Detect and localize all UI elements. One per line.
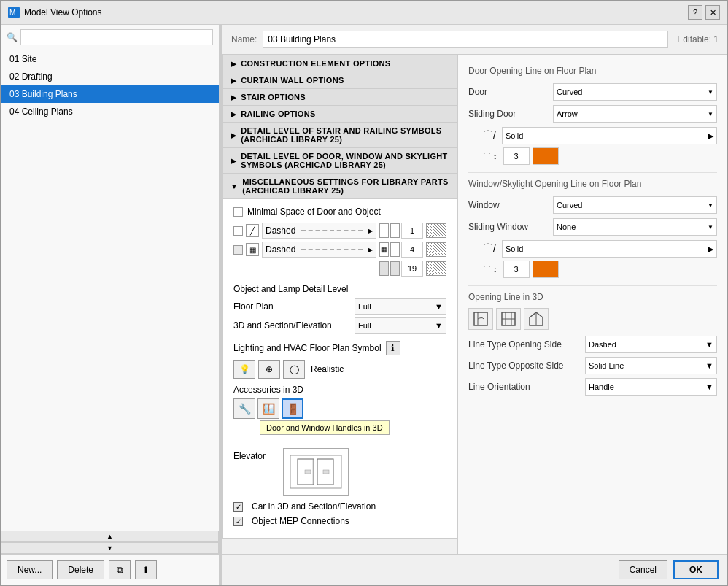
line-type-opening-select[interactable]: Dashed ▼ [585,336,717,353]
window-value: Curved [557,201,582,209]
acc-btn-1[interactable]: 🔧 [233,398,255,419]
export-button[interactable]: ⬆ [135,560,157,579]
line-pattern-2 [426,242,446,257]
section-curtain-label: CURTAIN WALL OPTIONS [241,76,344,85]
section-stair[interactable]: ▶ STAIR OPTIONS [222,89,457,106]
symbol-cross-btn[interactable]: ⊕ [258,360,280,379]
solid-select-2[interactable]: Solid ▶ [502,240,717,258]
count-group-2: ▦ 4 [379,242,423,258]
tooltip-popup: Door and Window Handles in 3D [260,420,390,435]
line-style-btn-2[interactable]: ▦ [246,243,259,256]
line-style-btn-1[interactable]: ╱ [246,224,259,237]
count-checkbox-3[interactable] [390,242,400,257]
door-value: Curved [557,88,582,96]
section-construction[interactable]: ▶ CONSTRUCTION ELEMENT OPTIONS [222,55,457,72]
line-row-1: ╱ Dashed ▶ 1 [233,223,446,239]
section-railing[interactable]: ▶ RAILING OPTIONS [222,106,457,123]
sliding-door-label: Sliding Door [468,109,549,119]
editable-label: Editable: 1 [677,34,719,45]
solid-arrow-1: ▶ [708,131,713,141]
count-checkbox-1[interactable] [379,223,389,238]
accessories-row: 🔧 🪟 🚪 [233,398,446,419]
line-style-display-2[interactable]: Dashed ▶ [262,242,376,258]
sidebar-item-04-ceiling-plans[interactable]: 04 Ceiling Plans [1,103,219,120]
acc-btn-2[interactable]: 🪟 [257,398,279,419]
symbol-circle-btn[interactable]: ◯ [283,360,305,379]
info-icon[interactable]: ℹ [386,341,400,355]
line-orientation-value: Handle [589,382,614,391]
section-row: 3D and Section/Elevation Full ▼ [233,317,446,334]
scroll-up-btn[interactable]: ▲ [1,531,219,542]
arc-icon-1: ⌒/ [483,129,496,142]
cancel-button[interactable]: Cancel [619,560,667,579]
section-misc-label: MISCELLANEOUS SETTINGS FOR LIBRARY PARTS… [242,177,449,195]
new-button[interactable]: New... [7,560,53,579]
line-type-opposite-select[interactable]: Solid Line ▼ [585,357,717,374]
line-row-3: 19 [233,261,446,277]
nav-list: 01 Site 02 Drafting 03 Building Plans 04… [1,50,219,531]
help-button[interactable]: ? [688,5,702,20]
svg-rect-7 [323,470,329,474]
line-type-opposite-arrow: ▼ [705,361,713,370]
window-select[interactable]: Curved ▼ [553,196,717,214]
sidebar-item-01-site[interactable]: 01 Site [1,50,219,68]
section-stair-label: STAIR OPTIONS [241,93,306,101]
section-select[interactable]: Full ▼ [355,317,446,334]
minimal-space-checkbox[interactable] [233,207,243,217]
mep-checkbox[interactable]: ✓ [233,517,243,526]
opening-icon-1[interactable] [468,308,493,330]
line-orientation-select[interactable]: Handle ▼ [585,378,717,396]
section-misc[interactable]: ▼ MISCELLANEOUS SETTINGS FOR LIBRARY PAR… [222,174,457,199]
acc-btn-3[interactable]: 🚪 [282,398,303,419]
delete-button[interactable]: Delete [57,560,104,579]
dashed-line-1 [301,230,363,231]
ok-button[interactable]: OK [673,560,719,579]
sliding-door-select[interactable]: Arrow ▼ [553,105,717,123]
solid-value-2: Solid [506,244,523,253]
section-misc-arrow: ▼ [231,182,238,190]
hatch-icon[interactable]: ▦ [379,242,389,257]
search-input[interactable] [20,29,213,45]
car-checkbox[interactable]: ✓ [233,502,243,512]
section-curtain-wall[interactable]: ▶ CURTAIN WALL OPTIONS [222,72,457,89]
sliding-window-row: Sliding Window None ▼ [468,218,717,236]
car-checkbox-row: ✓ Car in 3D and Section/Elevation [233,501,446,512]
count-checkbox-5[interactable] [390,261,400,276]
close-button[interactable]: ✕ [705,5,720,20]
scroll-down-btn[interactable]: ▼ [1,542,219,554]
name-input[interactable] [263,31,668,48]
line-checkbox-2[interactable] [233,245,243,255]
center-panel: ▶ CONSTRUCTION ELEMENT OPTIONS ▶ CURTAIN… [222,55,457,554]
sliding-window-value: None [557,223,576,231]
accessories-section: Accessories in 3D 🔧 🪟 🚪 ↖ Do [233,385,446,419]
line-type-opposite-value: Solid Line [589,361,624,370]
door-select[interactable]: Curved ▼ [553,83,717,101]
solid-select-1[interactable]: Solid ▶ [502,127,717,144]
line-style-display-1[interactable]: Dashed ▶ [262,223,376,239]
sidebar-item-02-drafting[interactable]: 02 Drafting [1,68,219,85]
line-type-opening-arrow: ▼ [705,340,713,349]
section-detail-stair[interactable]: ▶ DETAIL LEVEL OF STAIR AND RAILING SYMB… [222,123,457,148]
sidebar-item-03-building-plans[interactable]: 03 Building Plans [1,85,219,103]
elevator-preview [283,448,349,496]
count-checkbox-2[interactable] [390,223,400,238]
copy-button[interactable]: ⧉ [109,560,131,579]
mep-checkbox-row: ✓ Object MEP Connections [233,516,446,526]
opening-icon-3[interactable] [524,308,549,330]
symbol-light-btn[interactable]: 💡 [233,360,255,379]
svg-rect-8 [474,312,487,325]
door-color-1[interactable] [533,147,559,165]
opening-icon-2[interactable] [496,308,521,330]
solid-arrow-2: ▶ [708,244,713,254]
door-color-2[interactable] [533,261,559,278]
section-arrow: ▶ [231,157,236,165]
section-value: Full [358,321,371,330]
sliding-window-select[interactable]: None ▼ [553,218,717,236]
floor-plan-select[interactable]: Full ▼ [355,298,446,315]
count-checkbox-4[interactable] [379,261,389,276]
car-section: ✓ Car in 3D and Section/Elevation ✓ Obje… [233,501,446,526]
line-checkbox-1[interactable] [233,226,243,236]
section-detail-door[interactable]: ▶ DETAIL LEVEL OF DOOR, WINDOW AND SKYLI… [222,148,457,174]
name-label: Name: [231,34,257,45]
solid-value-1: Solid [506,131,523,140]
